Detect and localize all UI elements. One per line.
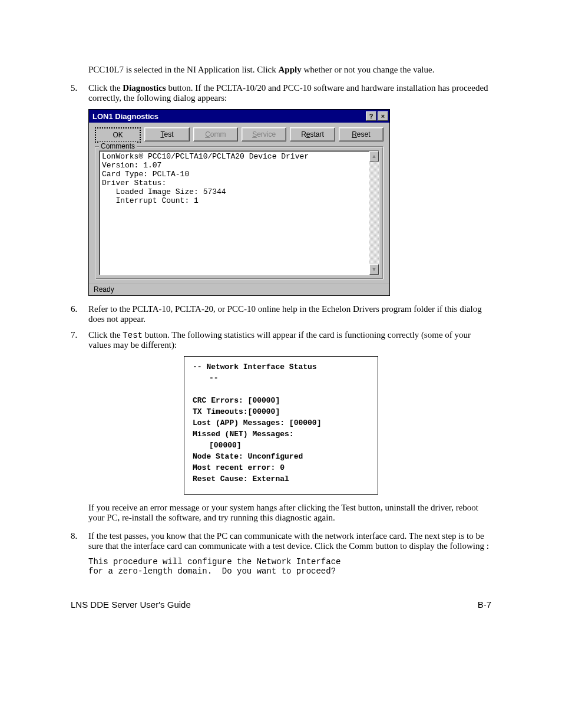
- step-6: 6. Refer to the PCLTA-10, PCLTA-20, or P…: [71, 304, 491, 324]
- page-footer: LNS DDE Server User's Guide B-7: [71, 599, 491, 610]
- service-button[interactable]: Service: [242, 127, 286, 141]
- status-bar: Ready: [89, 283, 389, 295]
- diagnostics-dialog: LON1 Diagnostics ? × OK Test Comm Servic…: [88, 109, 390, 296]
- step-7: 7. Click the Test button. The following …: [71, 330, 491, 350]
- ok-button[interactable]: OK: [95, 127, 141, 143]
- comments-textarea[interactable]: LonWorks® PCC10/PCLTA10/PCLTA20 Device D…: [100, 151, 369, 275]
- step-7-after: If you receive an error message or your …: [88, 503, 491, 523]
- stats-box: -- Network Interface Status -- CRC Error…: [184, 356, 378, 495]
- scroll-down-icon[interactable]: ▼: [369, 264, 379, 275]
- dialog-title: LON1 Diagnostics: [92, 112, 158, 121]
- reset-button[interactable]: Reset: [339, 127, 384, 141]
- code-block: This procedure will configure the Networ…: [88, 557, 491, 576]
- comm-button[interactable]: Comm: [193, 127, 238, 141]
- scroll-up-icon[interactable]: ▲: [369, 151, 379, 162]
- footer-right: B-7: [478, 599, 491, 610]
- footer-left: LNS DDE Server User's Guide: [71, 599, 191, 610]
- comments-label: Comments: [99, 142, 137, 150]
- intro-text: PCC10L7 is selected in the NI Applicatio…: [88, 65, 491, 75]
- scrollbar[interactable]: ▲ ▼: [369, 151, 379, 275]
- restart-button[interactable]: Restart: [290, 127, 335, 141]
- dialog-titlebar[interactable]: LON1 Diagnostics ? ×: [89, 110, 389, 123]
- comments-group: Comments LonWorks® PCC10/PCLTA10/PCLTA20…: [95, 146, 384, 279]
- step-5: 5. Click the Diagnostics button. If the …: [71, 83, 491, 103]
- close-icon[interactable]: ×: [378, 111, 388, 121]
- help-icon[interactable]: ?: [366, 111, 376, 121]
- step-8: 8. If the test passes, you know that the…: [71, 531, 491, 551]
- test-button[interactable]: Test: [144, 127, 189, 141]
